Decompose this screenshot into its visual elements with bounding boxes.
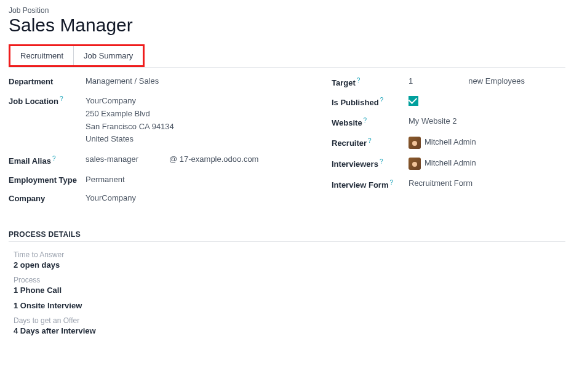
field-interviewers: Interviewers? Mitchell Admin (332, 158, 565, 170)
label-is-published: Is Published? (332, 96, 409, 107)
help-icon[interactable]: ? (380, 97, 384, 103)
label-days-offer: Days to get an Offer (14, 316, 235, 325)
field-employment-type: Employment Type Permanent (9, 175, 307, 185)
help-icon[interactable]: ? (52, 155, 56, 162)
value-process-2[interactable]: 1 Onsite Interview (14, 301, 235, 310)
help-icon[interactable]: ? (389, 179, 393, 186)
interviewer-name: Mitchell Admin (425, 158, 476, 167)
right-column: Target? 1 new Employees Is Published? We… (332, 76, 565, 212)
label-interviewers-text: Interviewers (332, 159, 378, 169)
label-email-alias: Email Alias? (9, 154, 86, 166)
target-number: 1 (409, 76, 413, 86)
value-company[interactable]: YourCompany (86, 193, 307, 202)
target-suffix: new Employees (468, 76, 525, 86)
job-location-country: United States (86, 133, 307, 146)
tab-job-summary[interactable]: Job Summary (74, 46, 143, 65)
label-employment-type: Employment Type (9, 175, 86, 185)
job-location-street: 250 Example Blvd (86, 108, 307, 121)
form-breadcrumb-label: Job Position (9, 6, 565, 15)
value-job-location[interactable]: YourCompany 250 Example Blvd San Francis… (86, 95, 307, 146)
label-department: Department (9, 76, 86, 86)
value-website[interactable]: My Website 2 (409, 116, 565, 126)
label-email-alias-text: Email Alias (9, 157, 51, 166)
value-target[interactable]: 1 new Employees (409, 76, 565, 86)
label-time-to-answer: Time to Answer (14, 250, 235, 259)
tab-recruitment[interactable]: Recruitment (10, 46, 74, 65)
value-department[interactable]: Management / Sales (86, 76, 307, 86)
label-target: Target? (332, 76, 409, 87)
page-title[interactable]: Sales Manager (9, 15, 565, 36)
label-recruiter: Recruiter? (332, 137, 409, 148)
label-is-published-text: Is Published (332, 98, 379, 108)
field-website: Website? My Website 2 (332, 116, 565, 127)
field-email-alias: Email Alias? sales-manager @ 17-example.… (9, 154, 307, 166)
label-interviewers: Interviewers? (332, 158, 409, 169)
field-job-location: Job Location? YourCompany 250 Example Bl… (9, 95, 307, 146)
label-interview-form-text: Interview Form (332, 180, 388, 190)
field-interview-form: Interview Form? Recruitment Form (332, 178, 565, 190)
label-target-text: Target (332, 78, 356, 87)
tabs-highlight-box: Recruitment Job Summary (9, 44, 145, 67)
checkbox-checked-icon[interactable] (409, 96, 418, 106)
section-process-details: PROCESS DETAILS (9, 230, 565, 242)
field-recruiter: Recruiter? Mitchell Admin (332, 137, 565, 149)
left-column: Department Management / Sales Job Locati… (9, 76, 307, 212)
field-department: Department Management / Sales (9, 76, 307, 86)
label-company: Company (9, 193, 86, 203)
tabs-container: Recruitment Job Summary (9, 44, 565, 68)
job-location-company: YourCompany (86, 95, 307, 108)
help-icon[interactable]: ? (368, 137, 372, 144)
avatar-icon (409, 158, 421, 170)
avatar-icon (409, 137, 421, 149)
recruiter-name: Mitchell Admin (425, 137, 476, 146)
job-location-city: San Francisco CA 94134 (86, 121, 307, 134)
label-recruiter-text: Recruiter (332, 138, 367, 148)
value-recruiter[interactable]: Mitchell Admin (409, 137, 565, 149)
value-interviewers[interactable]: Mitchell Admin (409, 158, 565, 170)
help-icon[interactable]: ? (60, 95, 63, 102)
email-alias-domain: @ 17-example.odoo.com (169, 154, 258, 164)
value-time-to-answer[interactable]: 2 open days (14, 260, 235, 270)
value-days-offer[interactable]: 4 Days after Interview (14, 326, 235, 335)
value-email-alias[interactable]: sales-manager @ 17-example.odoo.com (86, 154, 307, 164)
value-process-1[interactable]: 1 Phone Call (14, 286, 235, 295)
value-interview-form[interactable]: Recruitment Form (409, 178, 565, 188)
form-sheet: Department Management / Sales Job Locati… (9, 76, 565, 212)
help-icon[interactable]: ? (364, 117, 367, 124)
label-job-location: Job Location? (9, 95, 86, 106)
email-alias-local: sales-manager (86, 154, 138, 164)
label-job-location-text: Job Location (9, 97, 58, 106)
label-website: Website? (332, 116, 409, 127)
label-website-text: Website (332, 119, 362, 128)
field-target: Target? 1 new Employees (332, 76, 565, 87)
help-icon[interactable]: ? (357, 77, 361, 84)
value-is-published[interactable] (409, 96, 565, 108)
label-process: Process (14, 276, 235, 284)
field-is-published: Is Published? (332, 96, 565, 108)
process-block: Time to Answer 2 open days Process 1 Pho… (14, 250, 235, 335)
value-employment-type[interactable]: Permanent (86, 175, 307, 184)
field-company: Company YourCompany (9, 193, 307, 203)
label-interview-form: Interview Form? (332, 178, 409, 190)
help-icon[interactable]: ? (380, 158, 383, 165)
